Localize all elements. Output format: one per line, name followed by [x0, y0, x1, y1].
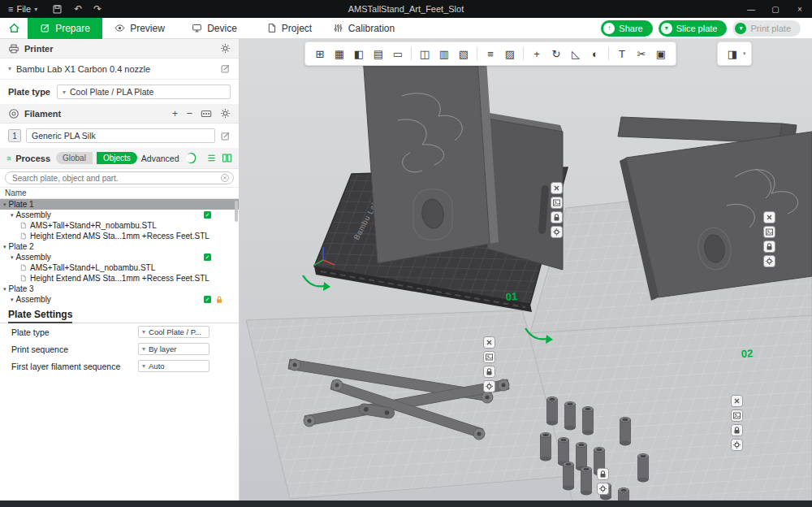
- split-parts-icon[interactable]: ▥: [434, 43, 454, 64]
- advanced-toggle[interactable]: [187, 153, 196, 163]
- move-icon[interactable]: +: [527, 43, 546, 64]
- plate-settings-icon[interactable]: [764, 256, 775, 267]
- split-objects-icon[interactable]: ◫: [415, 43, 434, 64]
- plate-image-icon[interactable]: [732, 410, 743, 422]
- print-sequence-combo[interactable]: ▾ By layer: [138, 343, 209, 355]
- lock-icon[interactable]: [214, 295, 224, 305]
- redo-icon[interactable]: ↷: [93, 3, 102, 15]
- tree-row-plate-1[interactable]: ▾ Plate 1: [0, 199, 239, 210]
- tree-row-plate-2[interactable]: ▾ Plate 2: [0, 241, 239, 252]
- auto-orient-icon[interactable]: ◧: [349, 43, 369, 64]
- plate-lock-icon[interactable]: [598, 469, 609, 480]
- tree-row-assembly[interactable]: ▾ Assembly ✓: [0, 210, 239, 220]
- plate-lock-icon[interactable]: [732, 425, 743, 436]
- tab-calibration[interactable]: Calibration: [326, 18, 401, 39]
- plate-lock-icon[interactable]: [484, 366, 495, 378]
- multi-plate-icon[interactable]: ◨: [723, 43, 742, 64]
- plate-delete-icon[interactable]: [764, 212, 775, 223]
- variable-layer-height-icon[interactable]: ≡: [481, 43, 500, 64]
- cut-tool-icon[interactable]: ✂: [632, 43, 651, 64]
- ams-icon[interactable]: [201, 108, 212, 119]
- process-scope-global[interactable]: Global: [56, 152, 93, 164]
- tab-device[interactable]: Device: [177, 18, 252, 39]
- search-input[interactable]: [5, 171, 234, 184]
- assembly-view-icon[interactable]: ▣: [651, 43, 671, 64]
- remove-filament-icon[interactable]: −: [186, 107, 192, 119]
- filament-combo[interactable]: Generic PLA Silk: [26, 128, 215, 143]
- caret-icon[interactable]: ▾: [11, 252, 14, 262]
- arrange-icon[interactable]: ▤: [369, 43, 388, 64]
- first-layer-sequence-combo[interactable]: ▾ Auto: [138, 360, 209, 372]
- mirror-icon[interactable]: ◐: [585, 43, 605, 64]
- slice-scope-dropdown-icon[interactable]: ▾: [661, 23, 672, 34]
- scale-icon[interactable]: ◺: [566, 43, 585, 64]
- tree-row-assembly[interactable]: ▾ Assembly ✓: [0, 294, 239, 305]
- undo-icon[interactable]: ↶: [74, 3, 82, 15]
- plate-settings-icon[interactable]: [732, 440, 743, 451]
- plate-settings-icon[interactable]: [484, 381, 495, 392]
- fill-plate-icon[interactable]: ▧: [454, 43, 473, 64]
- tree-scrollbar[interactable]: [235, 201, 238, 222]
- plate-type-combo[interactable]: ▾ Cool Plate / PLA Plate: [57, 84, 231, 99]
- tree-row-part[interactable]: Height Extend AMS Sta...1mm +Recess Feet…: [0, 231, 239, 241]
- close-button[interactable]: ×: [788, 0, 812, 18]
- plate-settings-icon[interactable]: [551, 227, 563, 238]
- save-project-icon[interactable]: [52, 4, 63, 15]
- toolbar-divider: [411, 47, 412, 60]
- tree-row-part[interactable]: AMS+Tall+Stand+L_nobambu.STL: [0, 262, 239, 273]
- flatten-icon[interactable]: ▭: [388, 43, 408, 64]
- add-filament-icon[interactable]: +: [172, 107, 179, 119]
- plate-image-icon[interactable]: [551, 197, 563, 209]
- visibility-checkbox[interactable]: ✓: [204, 296, 211, 303]
- plate-type-setting-combo[interactable]: ▾ Cool Plate / P...: [138, 326, 209, 338]
- caret-icon[interactable]: ▾: [11, 210, 14, 220]
- slice-plate-button[interactable]: ▾ Slice plate: [659, 20, 728, 37]
- rotate-icon[interactable]: ↻: [546, 43, 566, 64]
- tree-row-part[interactable]: AMS+Tall+Stand+R_nobambu.STL: [0, 220, 239, 231]
- model-panel-r-front[interactable]: [363, 47, 499, 263]
- tree-row-assembly[interactable]: ▾ Assembly ✓: [0, 252, 239, 262]
- edit-printer-icon[interactable]: [220, 63, 231, 74]
- scene-3d[interactable]: Bambu Lab X1 Plate: [240, 39, 812, 500]
- home-button[interactable]: [0, 18, 28, 39]
- plate-settings-icon[interactable]: [598, 483, 609, 495]
- print-scope-dropdown-icon[interactable]: ▾: [735, 23, 746, 34]
- caret-icon[interactable]: ▾: [3, 199, 6, 210]
- minimize-button[interactable]: —: [739, 0, 763, 18]
- share-button[interactable]: ↑ Share: [601, 20, 652, 37]
- add-object-icon[interactable]: ⊞: [310, 43, 330, 64]
- plate-image-icon[interactable]: [484, 352, 495, 363]
- visibility-checkbox[interactable]: ✓: [204, 211, 211, 219]
- printer-settings-gear-icon[interactable]: [220, 43, 231, 54]
- tab-prepare[interactable]: Prepare: [28, 18, 102, 39]
- tree-row-plate-3[interactable]: ▾ Plate 3: [0, 284, 239, 294]
- printer-preset-combo[interactable]: ▾ Bambu Lab X1 Carbon 0.4 nozzle: [0, 58, 239, 80]
- add-plate-icon[interactable]: ▦: [330, 43, 349, 64]
- tree-row-part[interactable]: Height Extend AMS Sta...1mm +Recess Feet…: [0, 273, 239, 284]
- maximize-button[interactable]: ▢: [763, 0, 788, 18]
- caret-icon[interactable]: ▾: [11, 294, 14, 305]
- text-tool-icon[interactable]: T: [612, 43, 632, 64]
- print-plate-button[interactable]: ▾ Print plate: [732, 20, 801, 37]
- height-range-icon[interactable]: ▨: [500, 43, 520, 64]
- viewport-3d[interactable]: Bambu Lab X1 Plate: [240, 39, 812, 500]
- caret-icon[interactable]: ▾: [3, 241, 6, 252]
- edit-filament-icon[interactable]: [220, 131, 231, 141]
- plate-settings-field: Plate type ▾ Cool Plate / P...: [0, 323, 239, 340]
- plate-delete-icon[interactable]: [484, 337, 495, 349]
- plate-lock-icon[interactable]: [551, 212, 563, 223]
- plate-lock-icon[interactable]: [764, 241, 775, 253]
- process-scope-objects[interactable]: Objects: [97, 152, 137, 164]
- compare-presets-icon[interactable]: [222, 153, 232, 163]
- tab-project[interactable]: Project: [252, 18, 326, 39]
- settings-list-icon[interactable]: [206, 153, 217, 163]
- filament-settings-gear-icon[interactable]: [220, 108, 231, 119]
- visibility-checkbox[interactable]: ✓: [204, 254, 211, 261]
- tab-preview[interactable]: Preview: [102, 18, 177, 39]
- file-menu[interactable]: ≡ File ▾: [0, 0, 45, 18]
- plate-delete-icon[interactable]: [551, 183, 563, 194]
- caret-icon[interactable]: ▾: [3, 284, 6, 294]
- clear-search-icon[interactable]: [220, 173, 230, 183]
- plate-image-icon[interactable]: [764, 227, 775, 238]
- plate-delete-icon[interactable]: [732, 396, 743, 407]
